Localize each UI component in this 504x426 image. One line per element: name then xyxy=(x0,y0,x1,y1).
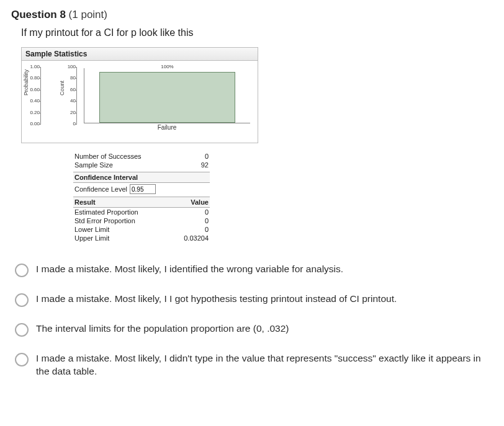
num-successes-value: 0 xyxy=(205,153,209,160)
option-text: I made a mistake. Most likely, I I got h… xyxy=(36,292,489,305)
count-tick: 40 xyxy=(66,99,76,104)
table-row: Lower Limit 0 xyxy=(73,225,210,234)
prob-tick: 0.80 xyxy=(26,76,40,81)
sample-size-value: 92 xyxy=(201,161,209,169)
count-tick: 0 xyxy=(66,122,76,126)
upper-limit-label: Upper Limit xyxy=(74,234,109,242)
question-prompt: If my printout for a CI for p look like … xyxy=(21,27,493,38)
upper-limit-value: 0.03204 xyxy=(184,234,209,242)
table-row: Sample Size 92 xyxy=(73,161,210,169)
question-header: Question 8 (1 point) xyxy=(11,9,493,21)
lower-limit-value: 0 xyxy=(205,226,209,233)
x-category-label: Failure xyxy=(84,124,250,131)
count-tick: 60 xyxy=(66,87,76,92)
table-row: Std Error Proportion 0 xyxy=(73,216,210,225)
prob-tick: 1.00 xyxy=(26,64,40,69)
answer-options: I made a mistake. Most likely, I identif… xyxy=(15,262,489,378)
bar-annotation: 100% xyxy=(100,64,235,69)
option-d[interactable]: I made a mistake. Most likely, I didn't … xyxy=(15,352,489,378)
prob-tick: 0.00 xyxy=(26,122,40,126)
option-a[interactable]: I made a mistake. Most likely, I identif… xyxy=(15,262,489,277)
probability-axis: 1.00 0.80 0.60 0.40 0.20 0.00 xyxy=(40,67,41,124)
ci-header: Confidence Interval xyxy=(73,172,210,183)
stats-table: Number of Successes 0 Sample Size 92 Con… xyxy=(73,152,210,242)
count-tick: 80 xyxy=(66,76,76,81)
confidence-level-input[interactable] xyxy=(130,184,156,194)
lower-limit-label: Lower Limit xyxy=(74,226,109,233)
confidence-level-label: Confidence Level xyxy=(74,185,127,193)
est-prop-value: 0 xyxy=(205,208,209,216)
count-tick: 100 xyxy=(66,64,76,69)
radio-icon[interactable] xyxy=(15,323,29,337)
sample-statistics-panel: Sample Statistics Probability 1.00 0.80 … xyxy=(21,47,258,143)
sample-size-label: Sample Size xyxy=(74,161,113,169)
question-points: (1 point) xyxy=(69,9,107,20)
option-text: The interval limits for the population p… xyxy=(36,322,489,335)
prob-tick: 0.40 xyxy=(26,99,40,104)
option-text: I made a mistake. Most likely, I identif… xyxy=(36,262,489,275)
result-header-row: Result Value xyxy=(73,197,210,208)
std-err-label: Std Error Proportion xyxy=(74,217,135,224)
table-row: Upper Limit 0.03204 xyxy=(73,234,210,242)
plot-region: 100% xyxy=(84,68,250,123)
radio-icon[interactable] xyxy=(15,353,29,366)
prob-tick: 0.20 xyxy=(26,110,40,115)
table-row: Number of Successes 0 xyxy=(73,152,210,161)
num-successes-label: Number of Successes xyxy=(74,153,142,160)
radio-icon[interactable] xyxy=(15,264,29,277)
result-header: Result xyxy=(74,198,96,206)
est-prop-label: Estimated Proportion xyxy=(74,208,138,216)
bar-failure: 100% xyxy=(99,72,235,123)
option-b[interactable]: I made a mistake. Most likely, I I got h… xyxy=(15,292,489,307)
table-row: Estimated Proportion 0 xyxy=(73,208,210,216)
option-text: I made a mistake. Most likely, I didn't … xyxy=(36,352,489,378)
std-err-value: 0 xyxy=(205,217,209,224)
confidence-level-row: Confidence Level xyxy=(73,183,210,195)
option-c[interactable]: The interval limits for the population p… xyxy=(15,322,489,337)
count-tick: 20 xyxy=(66,110,76,115)
count-axis: 100 80 60 40 20 0 xyxy=(76,67,77,124)
count-axis-label: Count xyxy=(59,81,65,95)
chart-area: Probability 1.00 0.80 0.60 0.40 0.20 0.0… xyxy=(22,61,258,143)
prob-tick: 0.60 xyxy=(26,87,40,92)
question-number: Question 8 xyxy=(11,9,66,20)
value-header: Value xyxy=(191,198,209,206)
radio-icon[interactable] xyxy=(15,293,29,307)
panel-title: Sample Statistics xyxy=(22,48,258,61)
